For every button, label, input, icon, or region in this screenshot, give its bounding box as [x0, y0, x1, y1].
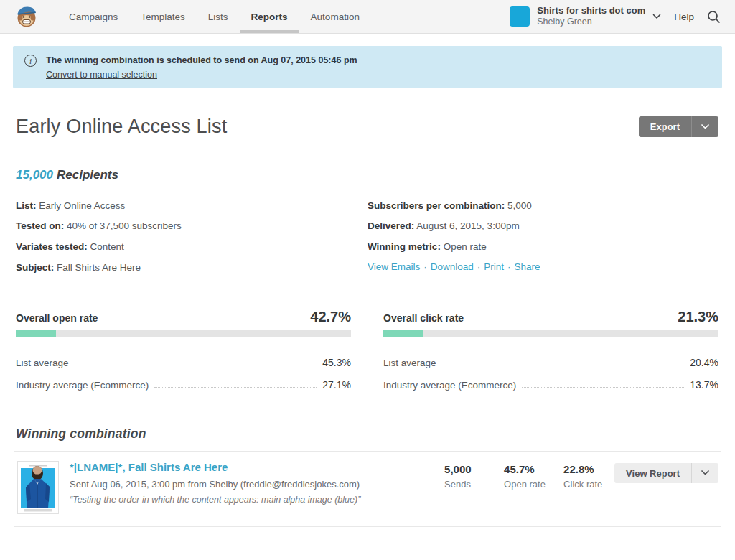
- open-rate-value: 42.7%: [310, 309, 351, 325]
- winning-sends-stat: 5,000 Sends: [444, 463, 504, 490]
- winning-combination-heading: Winning combination: [16, 426, 719, 442]
- open-list-average-row: List average 45.3%: [16, 357, 351, 368]
- open-rate-title: Overall open rate: [16, 312, 98, 324]
- open-rate-progress-fill: [16, 330, 56, 337]
- nav-item-campaigns[interactable]: Campaigns: [57, 0, 129, 33]
- detail-subject: Subject: Fall Shirts Are Here: [16, 261, 368, 274]
- account-avatar: [510, 6, 530, 27]
- divider: [14, 451, 721, 452]
- campaign-details: List: Early Online Access Tested on: 40%…: [16, 200, 719, 282]
- winning-email-info: *|LNAME|*, Fall Shirts Are Here Sent Aug…: [70, 461, 360, 505]
- click-list-average-row: List average 20.4%: [383, 357, 718, 368]
- click-rate-progress-bar: [383, 330, 718, 337]
- winning-email-title-link[interactable]: *|LNAME|*, Fall Shirts Are Here: [70, 461, 228, 473]
- click-rate-value: 21.3%: [678, 309, 718, 325]
- dotted-leader: [522, 387, 684, 388]
- open-rate-progress-bar: [16, 330, 351, 337]
- mailchimp-logo[interactable]: [14, 0, 39, 33]
- search-icon[interactable]: [707, 10, 721, 24]
- export-button[interactable]: Export: [639, 116, 692, 137]
- account-text: Shirts for shirts dot com Shelby Green: [537, 5, 645, 28]
- export-split-button: Export: [639, 116, 718, 137]
- winning-combination-row: *|LNAME|*, Fall Shirts Are Here Sent Aug…: [17, 461, 718, 514]
- nav-item-reports[interactable]: Reports: [240, 0, 299, 33]
- view-report-split-button: View Report: [614, 463, 718, 483]
- dotted-leader: [75, 365, 317, 365]
- winning-sent-line: Sent Aug 06, 2015, 3:00 pm from Shelby (…: [70, 479, 360, 490]
- account-user: Shelby Green: [537, 17, 645, 28]
- account-company: Shirts for shirts dot com: [537, 5, 645, 17]
- top-nav: Campaigns Templates Lists Reports Automa…: [0, 0, 735, 34]
- divider: [14, 526, 721, 527]
- details-right-column: Subscribers per combination: 5,000 Deliv…: [368, 200, 719, 282]
- click-rate-progress-fill: [383, 330, 423, 337]
- click-rate-title: Overall click rate: [383, 312, 464, 324]
- chevron-down-icon: [701, 124, 709, 129]
- email-thumbnail[interactable]: [17, 461, 59, 514]
- primary-nav: Campaigns Templates Lists Reports Automa…: [57, 0, 371, 33]
- page-header: Early Online Access List Export: [16, 116, 718, 138]
- winning-description-quote: “Testing the order in which the content …: [70, 495, 360, 505]
- detail-variates-tested: Variates tested: Content: [16, 241, 368, 253]
- winning-stats: 5,000 Sends 45.7% Open rate 22.8% Click …: [444, 461, 718, 490]
- rate-stats: Overall open rate 42.7% List average 45.…: [16, 309, 718, 391]
- dotted-leader: [154, 387, 317, 388]
- open-rate-block: Overall open rate 42.7% List average 45.…: [16, 309, 351, 391]
- detail-tested-on: Tested on: 40% of 37,500 subscribers: [16, 220, 368, 233]
- detail-subscribers-per-combination: Subscribers per combination: 5,000: [368, 200, 719, 213]
- nav-right-group: Shirts for shirts dot com Shelby Green H…: [510, 0, 721, 33]
- recipients-count: 15,000: [16, 168, 53, 182]
- view-report-dropdown-button[interactable]: [692, 463, 718, 483]
- details-left-column: List: Early Online Access Tested on: 40%…: [16, 200, 368, 282]
- winning-open-rate-stat: 45.7% Open rate: [504, 463, 563, 490]
- page-title: Early Online Access List: [16, 116, 227, 138]
- schedule-banner: i The winning combination is scheduled t…: [13, 46, 722, 88]
- account-switcher[interactable]: Shirts for shirts dot com Shelby Green: [510, 5, 661, 28]
- freddie-monkey-icon: [14, 4, 39, 29]
- click-rate-block: Overall click rate 21.3% List average 20…: [383, 309, 718, 391]
- banner-message: The winning combination is scheduled to …: [46, 54, 357, 67]
- dotted-leader: [442, 365, 685, 365]
- chevron-down-icon: [652, 14, 661, 19]
- help-link[interactable]: Help: [674, 11, 694, 22]
- export-dropdown-button[interactable]: [692, 116, 718, 137]
- chevron-down-icon: [701, 470, 709, 475]
- nav-item-automation[interactable]: Automation: [299, 0, 371, 33]
- download-link[interactable]: Download: [431, 261, 474, 272]
- share-link[interactable]: Share: [515, 261, 540, 272]
- print-link[interactable]: Print: [484, 261, 504, 272]
- recipients-label: Recipients: [57, 168, 118, 182]
- detail-winning-metric: Winning metric: Open rate: [368, 241, 719, 253]
- nav-item-templates[interactable]: Templates: [129, 0, 197, 33]
- nav-item-lists[interactable]: Lists: [197, 0, 240, 33]
- detail-list: List: Early Online Access: [16, 200, 368, 213]
- recipients-line: 15,000Recipients: [16, 168, 719, 182]
- view-emails-link[interactable]: View Emails: [368, 261, 420, 272]
- banner-body: The winning combination is scheduled to …: [46, 54, 357, 80]
- click-industry-average-row: Industry average (Ecommerce) 13.7%: [383, 379, 718, 391]
- view-report-button[interactable]: View Report: [614, 463, 692, 483]
- open-industry-average-row: Industry average (Ecommerce) 27.1%: [16, 379, 351, 391]
- quick-links: View Emails·Download·Print·Share: [368, 261, 719, 272]
- convert-to-manual-link[interactable]: Convert to manual selection: [46, 70, 157, 80]
- detail-delivered: Delivered: August 6, 2015, 3:00pm: [368, 220, 719, 233]
- info-icon: i: [24, 55, 37, 67]
